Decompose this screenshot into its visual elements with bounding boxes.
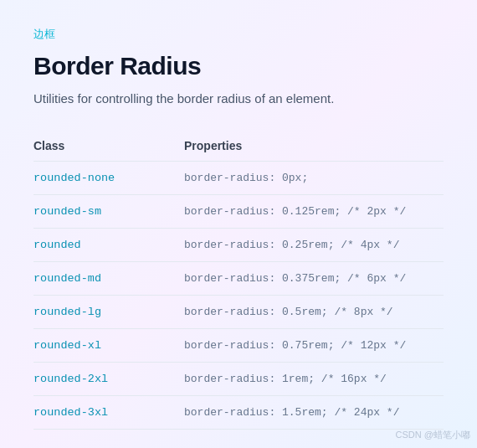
column-header-properties: Properties — [184, 139, 444, 152]
class-cell[interactable]: rounded-md — [33, 272, 184, 285]
property-cell: border-radius: 0.375rem; /* 6px */ — [184, 272, 444, 285]
table-row: roundedborder-radius: 0.25rem; /* 4px */ — [33, 229, 444, 262]
class-cell[interactable]: rounded-lg — [33, 306, 184, 318]
table-row: rounded-2xlborder-radius: 1rem; /* 16px … — [33, 363, 444, 396]
table-row: rounded-xlborder-radius: 0.75rem; /* 12p… — [33, 329, 444, 363]
property-cell: border-radius: 0.125rem; /* 2px */ — [184, 205, 444, 218]
class-cell[interactable]: rounded-none — [33, 172, 184, 184]
page-title: Border Radius — [33, 52, 444, 80]
property-cell: border-radius: 0.5rem; /* 8px */ — [184, 306, 444, 318]
class-cell[interactable]: rounded-2xl — [33, 373, 184, 385]
class-cell[interactable]: rounded-3xl — [33, 406, 184, 419]
table-row: rounded-3xlborder-radius: 1.5rem; /* 24p… — [33, 396, 444, 430]
property-cell: border-radius: 1rem; /* 16px */ — [184, 373, 444, 385]
breadcrumb: 边框 — [33, 27, 444, 42]
property-cell: border-radius: 0.75rem; /* 12px */ — [184, 339, 444, 352]
class-cell[interactable]: rounded-xl — [33, 339, 184, 352]
column-header-class: Class — [33, 139, 184, 152]
table-header: Class Properties — [33, 132, 444, 162]
watermark: CSDN @蜡笔小嘟 — [396, 429, 470, 441]
class-cell[interactable]: rounded — [33, 239, 184, 251]
property-cell: border-radius: 1.5rem; /* 24px */ — [184, 406, 444, 419]
table-container: Class Properties rounded-noneborder-radi… — [33, 132, 444, 430]
page-description: Utilities for controlling the border rad… — [33, 89, 444, 109]
table-row: rounded-lgborder-radius: 0.5rem; /* 8px … — [33, 296, 444, 329]
table-row: rounded-mdborder-radius: 0.375rem; /* 6p… — [33, 262, 444, 296]
class-cell[interactable]: rounded-sm — [33, 205, 184, 218]
property-cell: border-radius: 0px; — [184, 172, 444, 184]
table-row: rounded-smborder-radius: 0.125rem; /* 2p… — [33, 195, 444, 229]
property-cell: border-radius: 0.25rem; /* 4px */ — [184, 239, 444, 251]
table-row: rounded-noneborder-radius: 0px; — [33, 162, 444, 195]
